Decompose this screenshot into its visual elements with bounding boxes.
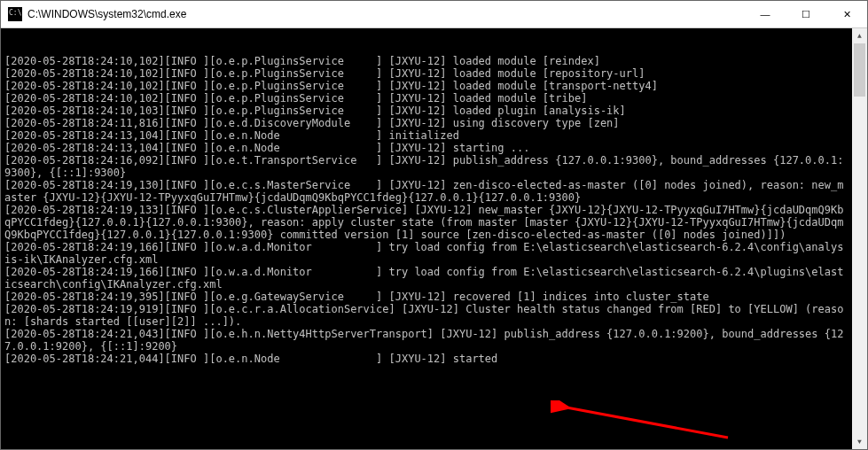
console-line: [2020-05-28T18:24:13,104][INFO ][o.e.n.N…: [4, 142, 848, 154]
scroll-thumb[interactable]: [854, 43, 865, 97]
window-title: C:\WINDOWS\system32\cmd.exe: [27, 8, 745, 20]
console-line: [2020-05-28T18:24:19,130][INFO ][o.e.c.s…: [4, 179, 848, 204]
console-line: [2020-05-28T18:24:19,395][INFO ][o.e.g.G…: [4, 291, 848, 303]
console-line: [2020-05-28T18:24:21,044][INFO ][o.e.n.N…: [4, 353, 848, 365]
console-line: [2020-05-28T18:24:10,102][INFO ][o.e.p.P…: [4, 92, 848, 105]
close-button[interactable]: ✕: [826, 1, 867, 27]
console-line: [2020-05-28T18:24:21,043][INFO ][o.e.h.n…: [4, 328, 848, 353]
console-line: [2020-05-28T18:24:19,133][INFO ][o.e.c.s…: [4, 204, 848, 241]
scroll-down-button[interactable]: ▼: [852, 434, 867, 449]
cmd-icon: [8, 7, 22, 21]
console-line: [2020-05-28T18:24:10,102][INFO ][o.e.p.P…: [4, 55, 848, 67]
annotation-arrow-icon: [551, 400, 737, 445]
console-line: [2020-05-28T18:24:10,102][INFO ][o.e.p.P…: [4, 80, 848, 92]
scroll-track[interactable]: [852, 43, 867, 434]
console-area: [2020-05-28T18:24:10,102][INFO ][o.e.p.P…: [1, 28, 867, 449]
vertical-scrollbar[interactable]: ▲ ▼: [852, 28, 867, 449]
cmd-window: C:\WINDOWS\system32\cmd.exe — ☐ ✕ [2020-…: [0, 0, 868, 450]
console-line: [2020-05-28T18:24:16,092][INFO ][o.e.t.T…: [4, 154, 848, 179]
scroll-up-button[interactable]: ▲: [852, 28, 867, 43]
svg-line-1: [567, 407, 728, 438]
console-line: [2020-05-28T18:24:19,166][INFO ][o.w.a.d…: [4, 241, 848, 266]
console-output[interactable]: [2020-05-28T18:24:10,102][INFO ][o.e.p.P…: [1, 28, 852, 449]
console-line: [2020-05-28T18:24:11,816][INFO ][o.e.d.D…: [4, 117, 848, 129]
window-controls: — ☐ ✕: [745, 1, 867, 27]
titlebar[interactable]: C:\WINDOWS\system32\cmd.exe — ☐ ✕: [1, 1, 867, 28]
maximize-button[interactable]: ☐: [786, 1, 826, 27]
console-line: [2020-05-28T18:24:19,166][INFO ][o.w.a.d…: [4, 266, 848, 291]
console-line: [2020-05-28T18:24:19,919][INFO ][o.e.c.r…: [4, 303, 848, 328]
console-line: [2020-05-28T18:24:13,104][INFO ][o.e.n.N…: [4, 129, 848, 142]
minimize-button[interactable]: —: [745, 1, 786, 27]
console-line: [2020-05-28T18:24:10,103][INFO ][o.e.p.P…: [4, 105, 848, 117]
console-line: [2020-05-28T18:24:10,102][INFO ][o.e.p.P…: [4, 67, 848, 80]
